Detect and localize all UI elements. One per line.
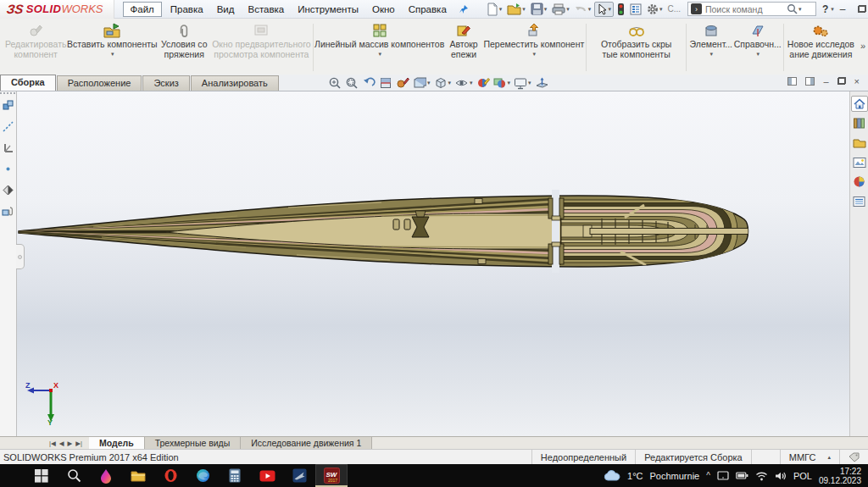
weather-description[interactable]: Pochmurnie bbox=[650, 471, 700, 481]
hide-show-items-icon[interactable]: ▾ bbox=[453, 75, 475, 91]
options-gear-button[interactable]: ▾ bbox=[645, 3, 665, 16]
new-motion-study-button[interactable]: Новое исследов ание движения bbox=[786, 20, 856, 75]
volume-icon[interactable] bbox=[775, 471, 787, 481]
rebuild-traffic-light-icon[interactable] bbox=[615, 2, 626, 17]
assembly-model[interactable] bbox=[17, 91, 849, 436]
edge-icon[interactable] bbox=[186, 464, 219, 487]
apply-scene-ball-icon[interactable]: ▾ bbox=[492, 75, 513, 91]
tab-3d-views[interactable]: Трехмерные виды bbox=[145, 437, 242, 449]
quick-tips-toggle[interactable] bbox=[839, 450, 868, 464]
tab-nav-prev-icon[interactable]: ◀ bbox=[59, 440, 64, 447]
new-document-button[interactable]: ▾ bbox=[485, 2, 504, 17]
menu-help[interactable]: Справка bbox=[402, 2, 453, 17]
taskbar-clock[interactable]: 17:22 09.12.2023 bbox=[819, 467, 861, 485]
start-button[interactable] bbox=[25, 464, 58, 487]
tab-evaluate[interactable]: Анализировать bbox=[191, 75, 279, 91]
tab-assembly[interactable]: Сборка bbox=[0, 75, 56, 91]
qat-more-label[interactable]: C... bbox=[667, 4, 681, 14]
dropdown-arrow-icon[interactable]: ▾ bbox=[710, 49, 714, 59]
mates-group-icon[interactable] bbox=[2, 206, 14, 219]
mates-button[interactable]: Условия со пряжения bbox=[156, 20, 212, 75]
solidworks-taskbar-icon[interactable]: SW2017 bbox=[315, 464, 348, 487]
tab-layout[interactable]: Расположение bbox=[57, 75, 142, 91]
menu-insert[interactable]: Вставка bbox=[241, 2, 291, 17]
dropdown-arrow-icon[interactable]: ▾ bbox=[756, 49, 760, 59]
undo-button[interactable]: ▾ bbox=[573, 3, 593, 15]
weather-cloud-icon[interactable] bbox=[604, 470, 620, 481]
pane-right-toggle-icon[interactable] bbox=[805, 77, 815, 86]
pane-left-toggle-icon[interactable] bbox=[787, 77, 797, 86]
opera-icon[interactable] bbox=[154, 464, 186, 487]
tab-sketch[interactable]: Эскиз bbox=[142, 75, 189, 91]
wifi-icon[interactable] bbox=[755, 471, 768, 481]
reference-geometry-button[interactable]: Справочн... ▾ bbox=[734, 20, 782, 75]
app-minimize-button[interactable]: – bbox=[834, 3, 852, 15]
tab-nav-last-icon[interactable]: ▶| bbox=[75, 440, 82, 447]
appearance-icon[interactable] bbox=[394, 75, 411, 91]
edit-appearance-ball-icon[interactable] bbox=[475, 75, 492, 91]
tab-nav-first-icon[interactable]: |◀ bbox=[49, 440, 56, 447]
app-restore-button[interactable] bbox=[852, 5, 868, 13]
origin-point-icon[interactable] bbox=[3, 163, 14, 176]
paint3d-icon[interactable] bbox=[90, 464, 122, 487]
section-view-icon[interactable] bbox=[377, 75, 394, 91]
assembly-features-button[interactable]: Элемент... ▾ bbox=[688, 20, 734, 75]
language-indicator[interactable]: POL bbox=[793, 471, 812, 481]
weather-temperature[interactable]: 1°C bbox=[627, 471, 643, 481]
edit-component-button[interactable]: Редактировать компонент bbox=[3, 20, 68, 75]
3d-drawing-view-icon[interactable] bbox=[533, 75, 551, 91]
smart-fasteners-button[interactable]: Автокр епежи bbox=[444, 20, 484, 75]
youtube-icon[interactable] bbox=[251, 464, 283, 487]
insert-components-button[interactable]: Вставить компоненты ▾ bbox=[68, 20, 156, 75]
sketch-line-icon[interactable] bbox=[3, 121, 14, 134]
open-button[interactable]: ▾ bbox=[505, 2, 527, 16]
zoom-to-fit-icon[interactable] bbox=[326, 75, 343, 91]
assembly-tree-icon[interactable] bbox=[3, 100, 14, 113]
view-settings-icon[interactable]: ▾ bbox=[512, 76, 533, 91]
material-diamond-icon[interactable] bbox=[3, 185, 14, 197]
menu-tools[interactable]: Инструменты bbox=[291, 2, 365, 17]
custom-properties-icon[interactable] bbox=[851, 193, 868, 209]
tab-nav-next-icon[interactable]: ▶ bbox=[68, 440, 73, 447]
panel-splitter-handle[interactable] bbox=[16, 244, 25, 269]
tab-model[interactable]: Модель bbox=[89, 437, 145, 449]
pin-menu-icon[interactable] bbox=[459, 4, 469, 14]
zoom-to-area-icon[interactable] bbox=[343, 75, 360, 91]
select-cursor-button[interactable]: ▾ bbox=[594, 2, 614, 17]
save-button[interactable]: ▾ bbox=[529, 2, 549, 16]
design-library-icon[interactable] bbox=[851, 115, 868, 131]
calculator-icon[interactable] bbox=[219, 464, 251, 487]
file-explorer-icon[interactable] bbox=[851, 135, 868, 151]
dropdown-arrow-icon[interactable]: ▾ bbox=[111, 49, 114, 59]
show-hidden-components-button[interactable]: Отобразить скры тые компоненты bbox=[588, 20, 684, 75]
resources-home-icon[interactable] bbox=[851, 96, 868, 112]
move-component-button[interactable]: Переместить компонент ▾ bbox=[483, 20, 584, 75]
magnifier-icon[interactable] bbox=[787, 3, 798, 14]
print-button[interactable]: ▾ bbox=[550, 3, 571, 16]
ribbon-overflow-chevron[interactable]: » bbox=[860, 41, 865, 51]
dropdown-arrow-icon[interactable]: ▾ bbox=[533, 49, 537, 59]
appearances-scenes-icon[interactable] bbox=[851, 174, 868, 190]
feature-manager-collapsed-panel[interactable] bbox=[0, 91, 17, 436]
file-explorer-taskbar-icon[interactable] bbox=[122, 464, 154, 487]
flight-game-icon[interactable] bbox=[283, 464, 315, 487]
hidden-icons-chevron[interactable]: ^ bbox=[706, 471, 710, 480]
tab-motion-study-1[interactable]: Исследование движения 1 bbox=[241, 437, 372, 449]
coordinate-system-icon[interactable] bbox=[3, 142, 14, 155]
taskbar-search-icon[interactable] bbox=[58, 464, 90, 487]
component-preview-window-button[interactable]: Окно предварительного просмотра компонен… bbox=[212, 20, 310, 75]
menu-window[interactable]: Окно bbox=[365, 2, 402, 17]
linear-pattern-button[interactable]: Линейный массив компонентов ▾ bbox=[315, 20, 444, 75]
menu-edit[interactable]: Правка bbox=[164, 2, 210, 17]
battery-icon[interactable] bbox=[736, 471, 748, 480]
apply-scene-box-icon[interactable]: ▾ bbox=[411, 75, 432, 91]
menu-file[interactable]: Файл bbox=[123, 2, 162, 17]
doc-close-button[interactable]: × bbox=[854, 76, 860, 86]
view-orientation-icon[interactable]: ▾ bbox=[432, 75, 453, 91]
display-settings-icon[interactable] bbox=[628, 3, 643, 16]
doc-minimize-button[interactable]: – bbox=[823, 76, 828, 86]
previous-view-icon[interactable] bbox=[360, 75, 377, 91]
help-button[interactable]: ? bbox=[821, 3, 830, 15]
view-palette-icon[interactable] bbox=[851, 154, 868, 170]
menu-view[interactable]: Вид bbox=[210, 2, 242, 17]
